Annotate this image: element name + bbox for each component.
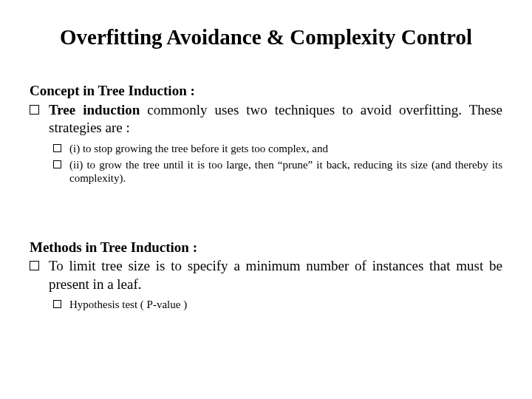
slide-body: Concept in Tree Induction : Tree inducti… (0, 82, 532, 311)
section-label-concept: Concept in Tree Induction : (30, 82, 502, 100)
section-label-methods: Methods in Tree Induction : (30, 239, 502, 256)
bullet-item: Tree induction commonly uses two techniq… (30, 101, 502, 137)
slide-title: Overfitting Avoidance & Complexity Contr… (0, 0, 532, 75)
sub-bullet-group: Hypothesis test ( P-value ) (30, 298, 502, 311)
sub-bullet-group: (i) to stop growing the tree before it g… (30, 142, 502, 185)
slide: Overfitting Avoidance & Complexity Contr… (0, 0, 532, 399)
bullet-rest: To limit tree size is to specify a minim… (49, 258, 502, 291)
bullet-lead: Tree induction (49, 102, 140, 117)
sub-bullet-item: (ii) to grow the tree until it is too la… (53, 158, 502, 185)
sub-bullet-item: Hypothesis test ( P-value ) (53, 298, 502, 311)
bullet-item: To limit tree size is to specify a minim… (30, 257, 502, 293)
sub-bullet-item: (i) to stop growing the tree before it g… (53, 142, 502, 155)
